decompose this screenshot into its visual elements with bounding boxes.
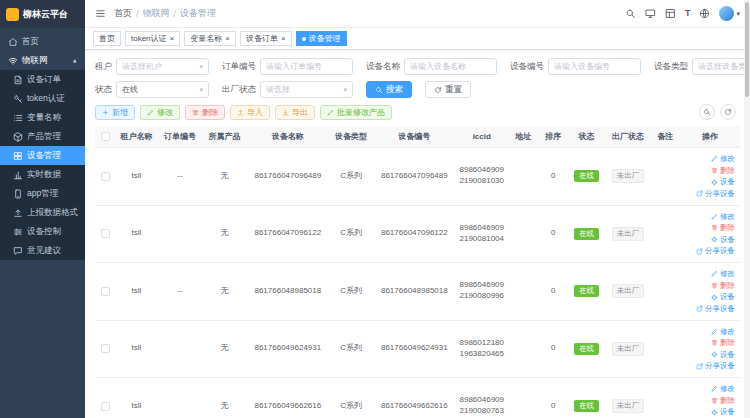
export-button[interactable]: 导出 — [275, 105, 315, 120]
breadcrumb-separator: / — [136, 9, 139, 19]
toggle-search-button[interactable] — [699, 104, 715, 120]
sidebar-item-device-management[interactable]: 设备管理 — [0, 146, 85, 165]
row-action-edit[interactable]: 修改 — [682, 268, 735, 280]
select-tenant[interactable]: 请选择租户▾ — [116, 58, 209, 75]
app-root: 柳林云平台 首页物联网▾设备订单token认证变量名称产品管理设备管理实时数据a… — [0, 0, 750, 418]
sidebar-item-app-management[interactable]: app管理 — [0, 184, 85, 203]
toolbar-button-label: 批量修改产品 — [337, 107, 385, 118]
cell-device-no: 861766047096122 — [373, 205, 456, 263]
edit-button[interactable]: 修改 — [140, 105, 180, 120]
cell-tenant: tsll — [116, 263, 157, 321]
row-checkbox[interactable] — [101, 344, 110, 353]
column-header: 设备名称 — [246, 126, 329, 148]
sidebar-item-token-auth[interactable]: token认证 — [0, 89, 85, 108]
row-checkbox[interactable] — [101, 402, 110, 411]
sidebar-item-label: app管理 — [27, 188, 58, 200]
row-action-share-device[interactable]: 分享设备 — [682, 360, 735, 372]
breadcrumb-item[interactable]: 首页 — [114, 7, 132, 20]
user-avatar[interactable]: ▾ — [719, 6, 740, 21]
reset-button[interactable]: 重置 — [425, 81, 471, 98]
edit-icon — [711, 155, 718, 162]
sidebar-item-home[interactable]: 首页 — [0, 32, 85, 51]
fullscreen-icon — [645, 8, 656, 19]
row-action-share-device[interactable]: 分享设备 — [682, 303, 735, 315]
topbar-language-icon[interactable] — [699, 8, 710, 19]
trash-icon — [711, 397, 718, 404]
table-row: tsll--无861766048985018C系列861766048985018… — [95, 263, 740, 321]
batch-edit-product-button[interactable]: 批量修改产品 — [320, 105, 392, 120]
search-button[interactable]: 搜索 — [366, 81, 412, 98]
row-action-share-device[interactable]: 分享设备 — [682, 188, 735, 200]
sidebar-item-variable-name[interactable]: 变量名称 — [0, 108, 85, 127]
sidebar-item-feedback[interactable]: 意见建议 — [0, 241, 85, 260]
topbar-text-size-icon[interactable]: T — [685, 9, 691, 18]
select-device-type[interactable]: 请选择设备类型▾ — [692, 58, 750, 75]
row-action-edit[interactable]: 修改 — [682, 383, 735, 395]
tags-view: 首页token认证×变量名称×设备订单×设备管理 — [85, 28, 750, 50]
select-status[interactable]: 在线▾ — [116, 81, 209, 98]
row-checkbox[interactable] — [101, 229, 110, 238]
cell-status: 在线 — [568, 263, 605, 321]
row-action-delete[interactable]: 删除 — [682, 165, 735, 177]
topbar-search-icon[interactable] — [625, 8, 636, 19]
row-checkbox[interactable] — [101, 172, 110, 181]
sidebar-item-label: 意见建议 — [27, 245, 61, 257]
row-action-label: 修改 — [720, 383, 735, 395]
row-action-label: 分享设备 — [705, 188, 735, 200]
tags-view-item[interactable]: 设备订单× — [240, 31, 292, 46]
topbar-layout-size-icon[interactable] — [665, 8, 676, 19]
sidebar-item-label: 设备订单 — [27, 74, 61, 86]
row-action-device[interactable]: 设备 — [682, 176, 735, 188]
device-icon — [711, 294, 718, 301]
row-action-device[interactable]: 设备 — [682, 291, 735, 303]
select-factory-status[interactable]: 请选择▾ — [260, 81, 353, 98]
refresh-button[interactable] — [720, 104, 736, 120]
cell-sort: 0 — [539, 263, 568, 321]
field-label: 租户 — [95, 61, 112, 73]
sidebar-item-iot[interactable]: 物联网▾ — [0, 51, 85, 70]
row-action-edit[interactable]: 修改 — [682, 153, 735, 165]
cell-factory-status: 未出厂 — [605, 320, 651, 378]
sidebar-item-device-control[interactable]: 设备控制 — [0, 222, 85, 241]
delete-button[interactable]: 删除 — [185, 105, 225, 120]
row-action-label: 分享设备 — [705, 245, 735, 257]
cell-tenant: tsll — [116, 148, 157, 206]
column-header: iccid — [456, 126, 508, 148]
sidebar-item-device-order[interactable]: 设备订单 — [0, 70, 85, 89]
row-checkbox[interactable] — [101, 287, 110, 296]
row-action-share-device[interactable]: 分享设备 — [682, 245, 735, 257]
sidebar-item-label: 产品管理 — [27, 131, 61, 143]
row-action-delete[interactable]: 删除 — [682, 222, 735, 234]
input-order-no[interactable]: 请输入订单编号 — [260, 58, 353, 75]
table-row: tsll无861766049624931C系列86176604962493189… — [95, 320, 740, 378]
tags-view-item[interactable]: 变量名称× — [184, 31, 236, 46]
page-scrollbar[interactable] — [744, 0, 750, 418]
import-button[interactable]: 导入 — [230, 105, 270, 120]
tags-view-item[interactable]: token认证× — [125, 31, 180, 46]
field-label: 设备类型 — [654, 61, 688, 73]
select-all-checkbox[interactable] — [101, 132, 110, 141]
tags-view-item[interactable]: 首页 — [93, 31, 121, 46]
input-device-name[interactable]: 请输入设备名称 — [404, 58, 497, 75]
close-icon[interactable]: × — [225, 35, 230, 43]
tags-view-item[interactable]: 设备管理 — [296, 31, 347, 46]
hamburger-icon[interactable] — [95, 8, 106, 19]
row-action-delete[interactable]: 删除 — [682, 280, 735, 292]
placeholder-text: 请输入设备编号 — [554, 61, 610, 72]
input-device-no[interactable]: 请输入设备编号 — [548, 58, 641, 75]
row-action-delete[interactable]: 删除 — [682, 395, 735, 407]
sidebar-item-product-management[interactable]: 产品管理 — [0, 127, 85, 146]
scrollbar-thumb[interactable] — [745, 2, 749, 97]
sidebar-item-report-data-format[interactable]: 上报数据格式 — [0, 203, 85, 222]
row-action-delete[interactable]: 删除 — [682, 337, 735, 349]
row-action-device[interactable]: 设备 — [682, 234, 735, 246]
sidebar-item-realtime-data[interactable]: 实时数据 — [0, 165, 85, 184]
close-icon[interactable]: × — [170, 35, 175, 43]
row-action-device[interactable]: 设备 — [682, 349, 735, 361]
topbar-fullscreen-icon[interactable] — [645, 8, 656, 19]
row-action-edit[interactable]: 修改 — [682, 326, 735, 338]
row-action-edit[interactable]: 修改 — [682, 211, 735, 223]
add-button[interactable]: 新增 — [95, 105, 135, 120]
row-action-device[interactable]: 设备 — [682, 406, 735, 418]
close-icon[interactable]: × — [281, 35, 286, 43]
